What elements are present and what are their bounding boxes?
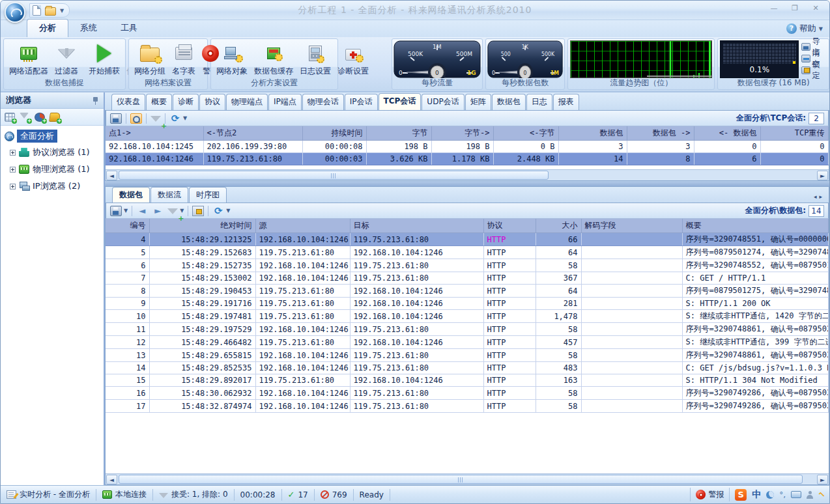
view-tab-UDP会话[interactable]: UDP会话 — [422, 94, 464, 110]
table-row[interactable]: 915:48:29.191716119.75.213.61:80192.168.… — [106, 298, 828, 310]
column-header[interactable]: <-字节 — [493, 126, 558, 141]
view-tab-IP端点[interactable]: IP端点 — [268, 94, 302, 110]
view-tab-物理会话[interactable]: 物理会话 — [302, 94, 344, 110]
expander-icon[interactable] — [10, 150, 16, 156]
column-header[interactable]: 协议 — [483, 219, 536, 233]
save-dropdown-icon[interactable]: ▼ — [124, 208, 128, 214]
table-row[interactable]: 1115:48:29.197529192.168.10.104:1246119.… — [106, 323, 828, 336]
close-button[interactable]: ✕ — [807, 3, 824, 14]
bottom-tab-数据流[interactable]: 数据流 — [150, 187, 188, 203]
packet-hscrollbar[interactable]: ◄ ► — [106, 473, 829, 484]
column-header[interactable]: 编号 — [106, 219, 149, 233]
add-alarm-icon[interactable]: + — [50, 113, 60, 122]
expander-icon[interactable] — [10, 167, 16, 173]
start-capture-button[interactable]: 开始捕获 — [86, 41, 122, 78]
column-header[interactable]: 数据包 — [558, 126, 627, 141]
column-header[interactable]: 持续时间 — [302, 126, 366, 141]
app-logo-icon[interactable] — [5, 2, 25, 23]
scroll-left-icon[interactable]: ◄ — [106, 171, 117, 180]
table-row[interactable]: 1015:48:29.197481119.75.213.61:80192.168… — [106, 310, 828, 323]
add-chart-icon[interactable]: + — [35, 113, 45, 122]
column-header[interactable]: 解码字段 — [581, 219, 682, 233]
table-row[interactable]: 1415:48:29.852535192.168.10.104:1246119.… — [106, 362, 828, 374]
punctuation-toggle-icon[interactable]: °, — [779, 490, 786, 499]
tab-scroll-arrows[interactable]: ◂▸ — [814, 193, 825, 200]
view-tab-日志[interactable]: 日志 — [526, 94, 552, 110]
packet-refresh-icon[interactable]: ⟳ — [212, 206, 224, 216]
tree-item-protocol-explorer[interactable]: 协议浏览器 (1) — [1, 144, 104, 161]
column-header[interactable]: 字节 — [366, 126, 431, 141]
maximize-button[interactable]: ❐ — [786, 3, 803, 14]
log-settings-button[interactable]: 日志设置 — [297, 41, 334, 78]
next-packet-icon[interactable]: ► — [152, 206, 164, 216]
table-row[interactable]: 515:48:29.152683119.75.213.61:80192.168.… — [106, 246, 828, 259]
tree-item-analysis-logo[interactable]: 全面分析 — [1, 128, 104, 144]
table-row[interactable]: 1315:48:29.655815192.168.10.104:1246119.… — [106, 349, 828, 362]
save-icon[interactable] — [110, 113, 122, 124]
tcp-session-table[interactable]: 点1-><-节点2持续时间字节字节-><-字节数据包数据包 -><- 数据包TC… — [106, 126, 829, 165]
refresh-icon[interactable]: ⟳ — [169, 113, 181, 124]
table-row[interactable]: 92.168.10.104:1246119.75.213.61:8000:00:… — [106, 153, 828, 165]
view-tab-物理端点[interactable]: 物理端点 — [226, 94, 268, 110]
alarm-button[interactable]: 警报 — [690, 488, 730, 501]
packet-save-icon[interactable] — [110, 206, 122, 216]
table-row[interactable]: 1615:48:30.062932192.168.10.104:1246119.… — [106, 387, 828, 400]
column-header[interactable]: 目标 — [350, 219, 483, 233]
fullwidth-toggle-icon[interactable] — [766, 491, 774, 499]
column-header[interactable]: 点1-> — [106, 126, 203, 141]
table-row[interactable]: 815:48:29.190453119.75.213.61:80192.168.… — [106, 285, 828, 298]
column-header[interactable]: 数据包 -> — [627, 126, 694, 141]
packet-scroll-right-icon[interactable]: ► — [817, 475, 828, 484]
packet-refresh-dropdown-icon[interactable]: ▼ — [226, 208, 230, 214]
ribbon-tab-系统[interactable]: 系统 — [68, 20, 109, 37]
view-tab-IP会话[interactable]: IP会话 — [345, 94, 378, 110]
pin-icon[interactable] — [93, 96, 98, 105]
column-header[interactable]: 绝对时间 — [149, 219, 255, 233]
view-tab-报表[interactable]: 报表 — [553, 94, 579, 110]
expander-icon[interactable] — [10, 184, 16, 189]
ribbon-tab-分析[interactable]: 分析 — [27, 19, 68, 37]
table-row[interactable]: 415:48:29.121325192.168.10.104:1246119.7… — [106, 233, 828, 246]
column-header[interactable]: TCP重传 — [760, 126, 828, 141]
packet-scroll-left-icon[interactable]: ◄ — [106, 475, 117, 484]
ime-language-toggle[interactable]: 中 — [752, 489, 761, 501]
packet-decode-view-icon[interactable] — [130, 113, 142, 124]
filter-add-icon[interactable] — [150, 116, 161, 122]
column-header[interactable]: 源 — [255, 219, 350, 233]
ime-account-icon[interactable] — [807, 491, 813, 499]
add-table-icon[interactable]: + — [5, 113, 15, 122]
tree-item-physical-explorer[interactable]: 物理浏览器 (1) — [1, 161, 104, 178]
view-tab-协议[interactable]: 协议 — [199, 94, 225, 110]
table-row[interactable]: 92.168.10.104:1245202.106.199.39:8000:00… — [106, 141, 828, 153]
name-table-button[interactable]: 名字表 — [169, 41, 198, 78]
packet-table[interactable]: 编号绝对时间源目标协议大小解码字段概要415:48:29.121325192.1… — [106, 219, 829, 413]
panel-splitter[interactable] — [105, 181, 829, 186]
view-tab-TCP会话[interactable]: TCP会话 — [379, 93, 422, 110]
ribbon-tab-工具[interactable]: 工具 — [109, 20, 149, 37]
ime-settings-icon[interactable]: ⌐ — [816, 488, 827, 500]
filter-dropdown-icon[interactable]: ▼ — [180, 208, 184, 214]
column-header[interactable]: <- 数据包 — [694, 126, 760, 141]
bottom-tab-数据包[interactable]: 数据包 — [112, 187, 150, 203]
column-header[interactable]: 概要 — [682, 219, 828, 233]
lock-button[interactable]: 锁定 — [801, 64, 827, 76]
table-row[interactable]: 1515:48:29.892017119.75.213.61:80192.168… — [106, 374, 828, 387]
view-tab-数据包[interactable]: 数据包 — [492, 94, 526, 110]
packet-filter-icon[interactable] — [167, 208, 178, 214]
tree-item-ip-explorer[interactable]: IP浏览器 (2) — [1, 178, 104, 195]
prev-packet-icon[interactable]: ◄ — [136, 206, 148, 216]
column-header[interactable]: 字节-> — [431, 126, 493, 141]
network-adapter-button[interactable]: 网络适配器 — [7, 41, 51, 78]
soft-keyboard-icon[interactable] — [791, 491, 801, 498]
table-row[interactable]: 615:48:29.152735192.168.10.104:1246119.7… — [106, 259, 828, 272]
view-tab-矩阵[interactable]: 矩阵 — [465, 94, 491, 110]
help-button[interactable]: ? 帮助 ▼ — [786, 23, 823, 35]
filter-button[interactable]: 过滤器 — [52, 41, 81, 78]
lock-table-icon[interactable] — [192, 206, 204, 216]
view-tab-概要[interactable]: 概要 — [146, 94, 172, 110]
table-row[interactable]: 715:48:29.153002192.168.10.104:1246119.7… — [106, 272, 828, 285]
column-header[interactable]: <-节点2 — [203, 126, 302, 141]
table-row[interactable]: 1715:48:32.874974192.168.10.104:1246119.… — [106, 400, 828, 413]
packet-buffer-button[interactable]: 数据包缓存 — [251, 41, 296, 78]
view-tab-仪表盘[interactable]: 仪表盘 — [111, 94, 145, 110]
